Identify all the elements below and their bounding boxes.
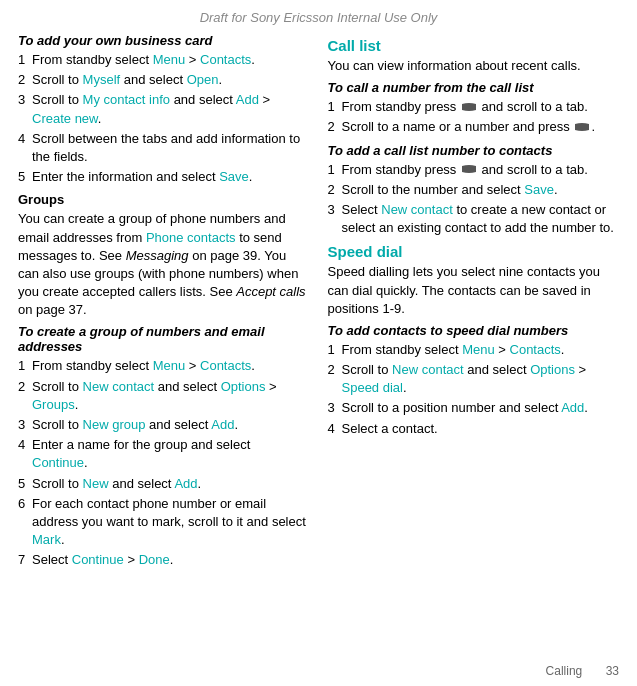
- footer: Calling 33: [546, 664, 619, 678]
- create-group-section: To create a group of numbers and email a…: [18, 324, 310, 569]
- call-list-body: You can view information about recent ca…: [328, 57, 620, 75]
- speed-dial-section: Speed dial Speed dialling lets you selec…: [328, 243, 620, 438]
- cl-step-2: 2Scroll to a name or a number and press …: [328, 118, 620, 136]
- add-speed-title: To add contacts to speed dial numbers: [328, 323, 620, 338]
- phone-icon-2: [573, 122, 591, 134]
- cg-step-5: 5Scroll to New and select Add.: [18, 475, 310, 493]
- cg-step-1: 1From standby select Menu > Contacts.: [18, 357, 310, 375]
- business-card-title: To add your own business card: [18, 33, 310, 48]
- add-to-contacts-steps: 1From standby press and scroll to a tab.…: [328, 161, 620, 238]
- footer-page: 33: [606, 664, 619, 678]
- page-wrapper: Draft for Sony Ericsson Internal Use Onl…: [0, 0, 637, 686]
- ac-step-2: 2Scroll to the number and select Save.: [328, 181, 620, 199]
- call-from-list-steps: 1From standby press and scroll to a tab.…: [328, 98, 620, 136]
- groups-title: Groups: [18, 192, 310, 207]
- business-card-steps: 1From standby select Menu > Contacts. 2S…: [18, 51, 310, 186]
- call-list-title: Call list: [328, 37, 620, 54]
- draft-header: Draft for Sony Ericsson Internal Use Onl…: [18, 10, 619, 25]
- sd-step-1: 1From standby select Menu > Contacts.: [328, 341, 620, 359]
- step-5: 5Enter the information and select Save.: [18, 168, 310, 186]
- sd-step-2: 2Scroll to New contact and select Option…: [328, 361, 620, 397]
- step-2: 2Scroll to Myself and select Open.: [18, 71, 310, 89]
- create-group-steps: 1From standby select Menu > Contacts. 2S…: [18, 357, 310, 569]
- create-group-title: To create a group of numbers and email a…: [18, 324, 310, 354]
- cl-step-1: 1From standby press and scroll to a tab.: [328, 98, 620, 116]
- footer-section: Calling: [546, 664, 583, 678]
- sd-step-3: 3Scroll to a position number and select …: [328, 399, 620, 417]
- business-card-section: To add your own business card 1From stan…: [18, 33, 310, 186]
- cg-step-2: 2Scroll to New contact and select Option…: [18, 378, 310, 414]
- cg-step-6: 6For each contact phone number or email …: [18, 495, 310, 550]
- left-column: To add your own business card 1From stan…: [18, 33, 310, 576]
- groups-body: You can create a group of phone numbers …: [18, 210, 310, 319]
- phone-icon-3: [460, 164, 478, 176]
- cg-step-4: 4Enter a name for the group and select C…: [18, 436, 310, 472]
- sd-step-4: 4Select a contact.: [328, 420, 620, 438]
- step-3: 3Scroll to My contact info and select Ad…: [18, 91, 310, 127]
- cg-step-7: 7Select Continue > Done.: [18, 551, 310, 569]
- right-column: Call list You can view information about…: [328, 33, 620, 576]
- step-4: 4Scroll between the tabs and add informa…: [18, 130, 310, 166]
- ac-step-1: 1From standby press and scroll to a tab.: [328, 161, 620, 179]
- call-list-section: Call list You can view information about…: [328, 37, 620, 237]
- ac-step-3: 3Select New contact to create a new cont…: [328, 201, 620, 237]
- groups-section: Groups You can create a group of phone n…: [18, 192, 310, 319]
- cg-step-3: 3Scroll to New group and select Add.: [18, 416, 310, 434]
- add-to-contacts-title: To add a call list number to contacts: [328, 143, 620, 158]
- speed-dial-body: Speed dialling lets you select nine cont…: [328, 263, 620, 318]
- step-1: 1From standby select Menu > Contacts.: [18, 51, 310, 69]
- add-speed-steps: 1From standby select Menu > Contacts. 2S…: [328, 341, 620, 438]
- call-from-list-title: To call a number from the call list: [328, 80, 620, 95]
- speed-dial-title: Speed dial: [328, 243, 620, 260]
- phone-icon-1: [460, 102, 478, 114]
- two-column-layout: To add your own business card 1From stan…: [18, 33, 619, 576]
